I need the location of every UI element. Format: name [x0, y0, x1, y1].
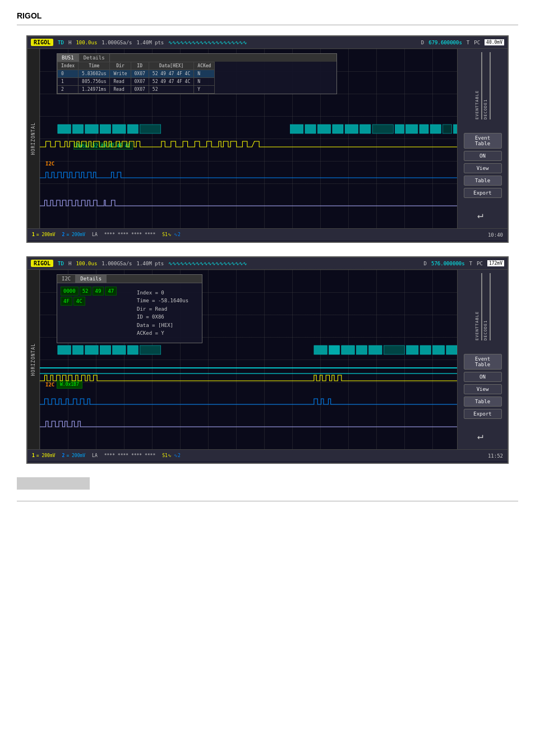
scope2-detail-id: ID = 0X86: [137, 313, 188, 321]
scope2-detail-time: Time = -58.1640us: [137, 297, 188, 305]
scope1-table-btn[interactable]: Table: [464, 176, 502, 186]
scope2-eventtable-label: EVENTTABLE: [475, 273, 482, 340]
scope2-la-label: LA: [92, 453, 98, 458]
scope1-on-btn[interactable]: ON: [464, 151, 502, 161]
scope1-table: Index Time Dir ID Data[HEX] ACKed 0 5.83…: [57, 62, 215, 94]
scope2-topbar: RIGOL TD H 100.0us 1.000GSa/s 1.40M pts …: [27, 257, 508, 270]
scope1-bus-table: BUS1 Details Index Time Dir ID Data[HEX]…: [57, 53, 337, 94]
svg-rect-15: [406, 125, 418, 133]
scope1-timebase: 100.0us: [76, 40, 97, 45]
scope2-detail-acked: ACKed = Y: [137, 329, 188, 337]
table-header-row: Index Time Dir ID Data[HEX] ACKed: [58, 62, 215, 70]
cell-dir: Write: [110, 70, 131, 78]
scope2-details-body: 0000 52 49 47 4F 4C Index = 0 Time = -58…: [57, 283, 202, 343]
col-acked: ACKed: [194, 62, 215, 70]
scope1-main: HORIZONTAL BUS1 Details Index Time Dir: [27, 49, 508, 228]
scope2-decode1-label: DECODE1: [483, 273, 491, 340]
scope2-on-btn[interactable]: ON: [464, 372, 502, 382]
svg-rect-8: [305, 125, 316, 133]
svg-rect-34: [420, 345, 431, 354]
scope2-tab-details[interactable]: Details: [76, 275, 107, 283]
scope1-la: LA: [92, 232, 98, 237]
cell-dir: Read: [110, 78, 131, 86]
svg-rect-2: [85, 125, 98, 133]
scope2-details: I2C Details 0000 52 49 47 4F 4C Index = …: [57, 274, 202, 343]
svg-rect-26: [140, 345, 161, 354]
scope2-ch2-indicator: 2 = 200mV: [62, 453, 86, 458]
svg-rect-19: [454, 125, 457, 133]
scope1-view-btn[interactable]: View: [464, 163, 502, 173]
scope1-topbar: RIGOL TD H 100.0us 1.000GSa/s 1.40M pts …: [27, 36, 508, 49]
hex-box-1: 52: [80, 287, 91, 296]
scope2-details-text: Index = 0 Time = -58.1640us Dir = Read I…: [131, 285, 194, 340]
scope2-t-label: T: [469, 261, 472, 266]
scope1-horizontal-label: HORIZONTAL: [27, 49, 40, 228]
scope2-event-table-btn[interactable]: Event Table: [464, 354, 502, 370]
cell-acked: N: [194, 70, 215, 78]
cell-dir: Read: [110, 86, 131, 94]
cell-index: 2: [58, 86, 79, 94]
scope1-trigger-wave: ∿∿∿∿∿∿∿∿∿∿∿∿∿∿∿∿∿∿∿∿: [168, 40, 417, 45]
scope1-decode1-label: DECODE1: [483, 52, 491, 119]
svg-rect-35: [432, 345, 444, 354]
scope1-td: TD: [58, 40, 64, 45]
scope1-bottombar: 1 = 200mV 2 = 200mV LA **** **** **** **…: [27, 228, 508, 241]
cell-acked: N: [194, 78, 215, 86]
scope2-la-dots: **** **** **** ****: [104, 453, 156, 458]
scope2-table-btn[interactable]: Table: [464, 397, 502, 407]
svg-rect-20: [58, 345, 71, 354]
scope2-export-btn[interactable]: Export: [464, 409, 502, 419]
svg-rect-12: [360, 125, 371, 133]
scope1-event-table-btn[interactable]: Event Table: [464, 133, 502, 149]
svg-rect-21: [72, 345, 83, 354]
scope1-export-btn[interactable]: Export: [464, 188, 502, 198]
scope1-ch1-num: 1: [32, 232, 35, 237]
svg-rect-17: [430, 125, 441, 133]
svg-rect-33: [407, 345, 418, 354]
table-row[interactable]: 2 1.24971ms Read 0X07 52 Y: [58, 86, 215, 94]
table-row[interactable]: 1 805.756us Read 0X07 52 49 47 4F 4C N: [58, 78, 215, 86]
scope2-content: I2C Details 0000 52 49 47 4F 4C Index = …: [40, 270, 457, 449]
scope1-ch1-mv: = 200mV: [36, 232, 56, 237]
scope2-d-val: 576.000000s: [431, 261, 465, 266]
svg-rect-4: [113, 125, 126, 133]
scope1-ch-icons: S1∿ ∿2: [162, 232, 180, 237]
svg-rect-13: [372, 125, 393, 133]
scope2-tab-bus[interactable]: I2C: [57, 275, 76, 283]
cell-acked: Y: [194, 86, 215, 94]
scope1-ch1-val: 40.0mV: [485, 39, 504, 45]
scope2-tabs: I2C Details: [57, 275, 202, 283]
scope1-enter-btn[interactable]: ↵: [477, 209, 483, 220]
scope1-content: BUS1 Details Index Time Dir ID Data[HEX]…: [40, 49, 457, 228]
table-row[interactable]: 0 5.83602us Write 0X07 52 49 47 4F 4C N: [58, 70, 215, 78]
scope2-s1-icon: S1∿: [162, 453, 172, 458]
svg-rect-5: [127, 125, 138, 133]
scope1-tab-details[interactable]: Details: [79, 54, 110, 62]
col-index: Index: [58, 62, 79, 70]
scope1-pts: 1.40M pts: [137, 40, 164, 45]
scope2-logo: RIGOL: [31, 260, 53, 267]
scope2-main: HORIZONTAL I2C Details 0000 52 49 47: [27, 270, 508, 449]
svg-rect-3: [100, 125, 110, 133]
scope2-view-btn[interactable]: View: [464, 384, 502, 394]
scope1-bus-tabs: BUS1 Details: [57, 54, 336, 62]
scope1-tab-bus[interactable]: BUS1: [57, 54, 79, 62]
scope1-d-label: D: [421, 40, 424, 45]
scope1-s2-icon: ∿2: [174, 232, 181, 237]
hex-box-4: 4F: [61, 297, 72, 306]
svg-rect-27: [314, 345, 327, 354]
svg-rect-0: [58, 125, 71, 133]
scope1-ch1-indicator: 1 = 200mV: [32, 232, 56, 237]
hex-box-2: 49: [93, 287, 104, 296]
col-data: Data[HEX]: [149, 62, 193, 70]
scope1-right-panel: EVENTTABLE DECODE1 Event Table ON View T…: [457, 49, 508, 228]
scope1-ch2-num: 2: [62, 232, 65, 237]
scope1-t-label: T: [467, 40, 469, 45]
scope1-d-val: 679.600000s: [428, 40, 462, 45]
scope2: RIGOL TD H 100.0us 1.000GSa/s 1.40M pts …: [26, 256, 509, 464]
scope2-enter-btn[interactable]: ↵: [477, 430, 483, 441]
scope2-hex-display: 0000 52 49 47 4F 4C: [61, 285, 128, 306]
cell-time: 1.24971ms: [79, 86, 110, 94]
scope2-ch-icons: S1∿ ∿2: [162, 453, 180, 458]
hex-box-5: 4C: [73, 297, 85, 306]
